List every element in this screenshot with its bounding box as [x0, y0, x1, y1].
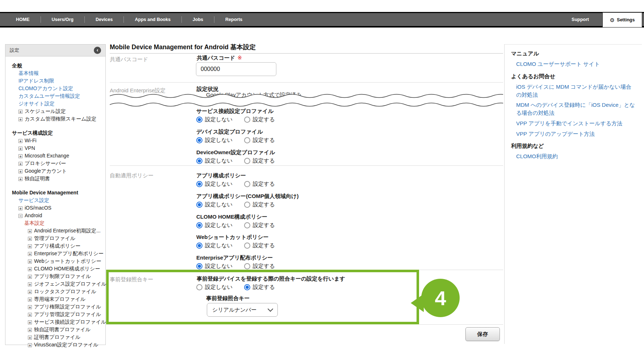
- sidebar-item-item[interactable]: +ジオフェンス設定プロファイル: [5, 280, 105, 288]
- sidebar-item-enterprise[interactable]: +Enterpriseアプリ配布ポリシー: [5, 250, 105, 257]
- sidebar-item-item[interactable]: ジオサイト設定: [5, 100, 105, 108]
- radio-selected-icon[interactable]: [196, 222, 202, 228]
- sidebar-item-item[interactable]: +ロックタスクプロファイル: [5, 288, 105, 295]
- tree-expand-plus-icon[interactable]: +: [28, 275, 32, 279]
- help-link-vpp[interactable]: VPP アプリを手動でインストールする方法: [516, 119, 635, 127]
- nav-item-jobs[interactable]: Jobs: [181, 16, 214, 23]
- sidebar-item-microsoft-exchange[interactable]: +Microsoft Exchange: [5, 152, 105, 160]
- tree-collapse-minus-icon[interactable]: −: [18, 214, 22, 218]
- radio-option-yes[interactable]: 設定する: [244, 137, 275, 144]
- radio-unselected-icon[interactable]: [244, 202, 250, 208]
- nav-item-users-org[interactable]: Users/Org: [41, 16, 84, 23]
- tree-expand-plus-icon[interactable]: +: [28, 320, 32, 324]
- radio-unselected-icon[interactable]: [244, 181, 250, 187]
- radio-option-no[interactable]: 設定しない: [196, 284, 233, 291]
- sidebar-item-item[interactable]: +アプリ権限設定プロファイル: [5, 303, 105, 311]
- sidebar-item-google[interactable]: +Googleアカウント: [5, 167, 105, 175]
- radio-selected-icon[interactable]: [196, 263, 202, 269]
- radio-option-yes[interactable]: 設定する: [244, 201, 275, 208]
- sidebar-item-item[interactable]: 基本設定: [5, 219, 105, 227]
- nav-item-devices[interactable]: Devices: [84, 16, 124, 23]
- tree-expand-plus-icon[interactable]: +: [28, 305, 32, 309]
- radio-option-yes[interactable]: 設定する: [244, 157, 275, 164]
- tree-expand-plus-icon[interactable]: +: [28, 298, 32, 302]
- nav-item-reports[interactable]: Reports: [214, 16, 253, 23]
- radio-unselected-icon[interactable]: [244, 117, 250, 123]
- nav-item-apps-and-books[interactable]: Apps and Books: [124, 16, 181, 23]
- nav-item-home[interactable]: HOME: [5, 16, 41, 23]
- tree-expand-plus-icon[interactable]: +: [28, 336, 32, 340]
- radio-option-no[interactable]: 設定しない: [196, 222, 233, 229]
- sidebar-item-item[interactable]: +プロキシサーバー: [5, 160, 105, 167]
- tree-expand-plus-icon[interactable]: +: [28, 343, 32, 347]
- sidebar-item-item[interactable]: +アプリ制限プロファイル: [5, 273, 105, 280]
- radio-option-yes[interactable]: 設定する: [244, 242, 275, 249]
- tree-expand-plus-icon[interactable]: +: [18, 117, 22, 121]
- sidebar-item-clomo[interactable]: CLOMOアカウント設定: [5, 85, 105, 92]
- tree-expand-plus-icon[interactable]: +: [28, 267, 32, 271]
- sidebar-item-item[interactable]: 基本情報: [5, 70, 105, 77]
- help-link-clomo[interactable]: CLOMO利用規約: [516, 152, 635, 160]
- radio-unselected-icon[interactable]: [244, 222, 250, 228]
- radio-option-yes[interactable]: 設定する: [244, 181, 275, 188]
- sidebar-item-item[interactable]: +アプリ管理設定プロファイル: [5, 311, 105, 318]
- radio-option-yes[interactable]: 設定する: [244, 263, 275, 270]
- radio-unselected-icon[interactable]: [244, 243, 250, 249]
- radio-selected-icon[interactable]: [196, 202, 202, 208]
- help-link-vpp[interactable]: VPP アプリのアップデート方法: [516, 130, 635, 138]
- radio-selected-icon[interactable]: [196, 243, 202, 249]
- tree-expand-plus-icon[interactable]: +: [18, 147, 22, 151]
- tree-expand-plus-icon[interactable]: +: [18, 169, 22, 173]
- sidebar-item-item[interactable]: +アプリ構成ポリシー: [5, 242, 105, 250]
- radio-option-no[interactable]: 設定しない: [196, 242, 233, 249]
- radio-option-yes[interactable]: 設定する: [244, 116, 275, 123]
- tree-expand-plus-icon[interactable]: +: [28, 328, 32, 332]
- tree-expand-plus-icon[interactable]: +: [18, 154, 22, 158]
- radio-option-no[interactable]: 設定しない: [196, 137, 233, 144]
- tree-expand-plus-icon[interactable]: +: [28, 252, 32, 256]
- sidebar-item-item[interactable]: +独自証明書: [5, 175, 105, 182]
- radio-unselected-icon[interactable]: [196, 284, 202, 290]
- radio-selected-icon[interactable]: [244, 284, 250, 290]
- prereg-key-select[interactable]: シリアルナンバー: [207, 303, 278, 317]
- radio-unselected-icon[interactable]: [244, 158, 250, 164]
- help-link-clomo[interactable]: CLOMO ユーザーサポート サイト: [516, 60, 635, 68]
- radio-option-no[interactable]: 設定しない: [196, 263, 233, 270]
- radio-unselected-icon[interactable]: [244, 137, 250, 143]
- tree-expand-plus-icon[interactable]: +: [18, 177, 22, 181]
- radio-selected-icon[interactable]: [196, 181, 202, 187]
- help-link-mdm-ios-device[interactable]: MDM へのデバイス登録時に「iOS Device」となる場合の対処法: [516, 101, 635, 117]
- radio-option-no[interactable]: 設定しない: [196, 181, 233, 188]
- tree-expand-plus-icon[interactable]: +: [28, 244, 32, 248]
- sidebar-item-virusscan[interactable]: +VirusScan設定プロファイル: [5, 341, 105, 349]
- nav-tab-settings[interactable]: ⚙ Settings: [602, 12, 642, 28]
- tree-expand-plus-icon[interactable]: +: [28, 229, 32, 233]
- tree-expand-plus-icon[interactable]: +: [18, 162, 22, 166]
- sidebar-item-item[interactable]: +独自証明書プロファイル: [5, 326, 105, 333]
- help-link-ios-mdm[interactable]: iOS デバイスに MDM コマンドが届かない場合の対処法: [516, 83, 635, 99]
- sidebar-item-android[interactable]: −Android: [5, 212, 105, 219]
- nav-item-support[interactable]: Support: [572, 17, 589, 22]
- radio-unselected-icon[interactable]: [244, 263, 250, 269]
- sidebar-item-item[interactable]: サービス設定: [5, 197, 105, 204]
- tree-expand-plus-icon[interactable]: +: [18, 139, 22, 143]
- sidebar-item-vpn[interactable]: +VPN: [5, 144, 105, 152]
- radio-option-no[interactable]: 設定しない: [196, 157, 233, 164]
- tree-expand-plus-icon[interactable]: +: [28, 313, 32, 317]
- tree-expand-plus-icon[interactable]: +: [28, 260, 32, 264]
- sidebar-item-item[interactable]: +管理プロファイル: [5, 235, 105, 242]
- sidebar-item-wi-fi[interactable]: +Wi-Fi: [5, 137, 105, 144]
- sidebar-item-item[interactable]: カスタムユーザー情報設定: [5, 92, 105, 100]
- radio-selected-icon[interactable]: [196, 158, 202, 164]
- sidebar-item-clomo-home[interactable]: +CLOMO HOME構成ポリシー: [5, 265, 105, 273]
- tree-expand-plus-icon[interactable]: +: [18, 206, 22, 210]
- collapse-sidebar-button[interactable]: ‹: [94, 47, 101, 54]
- radio-selected-icon[interactable]: [196, 117, 202, 123]
- tree-expand-plus-icon[interactable]: +: [28, 290, 32, 294]
- tree-expand-plus-icon[interactable]: +: [18, 110, 22, 114]
- radio-option-yes[interactable]: 設定する: [244, 284, 275, 291]
- radio-option-no[interactable]: 設定しない: [196, 201, 233, 208]
- sidebar-item-ip[interactable]: IPアドレス制限: [5, 77, 105, 85]
- sidebar-item-item[interactable]: +サービス接続設定プロファイル: [5, 318, 105, 326]
- radio-selected-icon[interactable]: [196, 137, 202, 143]
